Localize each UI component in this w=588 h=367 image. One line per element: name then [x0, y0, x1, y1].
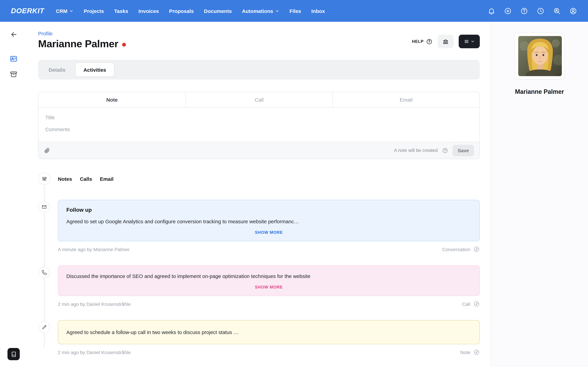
nav-item-projects[interactable]: Projects — [84, 8, 104, 14]
main-content: Profile Marianne Palmer HELP — [27, 22, 491, 367]
note-title-input[interactable] — [45, 115, 473, 120]
nav-item-files[interactable]: Files — [289, 8, 301, 14]
tab-activities[interactable]: Activities — [75, 63, 114, 77]
help-circle-icon[interactable] — [520, 7, 528, 15]
activity-title: Follow up — [66, 207, 471, 213]
activity-type-badge: Conversation — [442, 247, 470, 252]
main-nav: CRM Projects Tasks Invoices Proposals Do… — [56, 8, 325, 14]
account-icon[interactable] — [569, 7, 577, 15]
bank-icon — [442, 38, 449, 45]
activity-timeline: Notes Calls Email Follow up Agreed to se… — [38, 173, 480, 367]
help-circle-icon[interactable] — [442, 147, 448, 153]
activity-meta: A minute ago by Marianne Palmer — [58, 247, 130, 252]
timeline-entry-call: Discussed the importance of SEO and agre… — [38, 265, 480, 307]
nav-item-documents[interactable]: Documents — [204, 8, 232, 14]
chevron-down-icon — [471, 39, 475, 43]
bell-icon[interactable] — [488, 7, 495, 15]
timeline-entry-conversation: Follow up Agreed to set up Google Analyt… — [38, 200, 480, 252]
book-icon — [10, 351, 17, 357]
tab-details[interactable]: Details — [41, 63, 73, 77]
nav-item-invoices[interactable]: Invoices — [138, 8, 159, 14]
attach-button[interactable] — [44, 147, 50, 153]
show-more-button[interactable]: SHOW MORE — [255, 230, 283, 235]
navbar-actions — [488, 7, 577, 15]
nav-item-tasks[interactable]: Tasks — [114, 8, 128, 14]
chevron-down-icon — [275, 9, 279, 13]
address-book-button[interactable] — [8, 348, 20, 360]
edit-icon[interactable] — [473, 246, 480, 252]
activity-type-badge: Note — [460, 350, 470, 355]
filter-notes[interactable]: Notes — [58, 176, 72, 182]
note-comments-input[interactable] — [45, 126, 473, 132]
nav-item-automations[interactable]: Automations — [242, 8, 279, 14]
app: DOERKIT CRM Projects Tasks Invoices Prop… — [0, 0, 588, 367]
top-navbar: DOERKIT CRM Projects Tasks Invoices Prop… — [0, 0, 588, 22]
chevron-down-icon — [69, 9, 73, 13]
edit-icon[interactable] — [473, 301, 480, 307]
left-sidebar — [0, 22, 27, 367]
paperclip-icon — [44, 147, 50, 153]
pencil-icon — [38, 321, 50, 333]
contact-panel: Marianne Palmer — [491, 22, 588, 367]
filter-calls[interactable]: Calls — [80, 176, 92, 182]
help-label: HELP — [412, 39, 424, 44]
activity-meta: 2 min ago by Daniel Krusenstråhle — [58, 350, 131, 355]
app-logo[interactable]: DOERKIT — [11, 7, 44, 15]
search-contacts-icon[interactable] — [553, 7, 561, 15]
composer-tab-note[interactable]: Note — [38, 92, 185, 107]
bank-button[interactable] — [438, 35, 454, 48]
composer-status-text: A note will be created — [394, 148, 438, 153]
timeline-entry-note: Agreed to schedule a follow-up call in t… — [38, 320, 480, 355]
composer-tab-call[interactable]: Call — [185, 92, 332, 107]
help-circle-icon — [426, 38, 432, 45]
menu-icon — [464, 39, 469, 44]
envelope-icon — [38, 201, 50, 213]
sidebar-item-contact[interactable] — [9, 55, 18, 63]
activity-meta: 2 min ago by Daniel Krusenstråhle — [58, 301, 131, 307]
actions-menu-button[interactable] — [459, 35, 480, 48]
status-dot — [122, 43, 126, 46]
help-button[interactable]: HELP — [412, 38, 432, 45]
sliders-icon — [41, 176, 47, 182]
edit-icon[interactable] — [473, 349, 480, 355]
sidebar-item-archive[interactable] — [9, 70, 18, 78]
filter-button[interactable] — [38, 173, 50, 185]
phone-icon — [38, 267, 50, 278]
activity-body: Agreed to set up Google Analytics and co… — [66, 218, 471, 225]
activity-card[interactable]: Agreed to schedule a follow-up call in t… — [58, 320, 480, 344]
breadcrumb[interactable]: Profile — [38, 31, 126, 36]
contact-name: Marianne Palmer — [515, 88, 564, 95]
avatar — [518, 36, 562, 76]
save-button[interactable]: Save — [453, 145, 474, 156]
plus-circle-icon[interactable] — [504, 7, 512, 15]
contact-photo-card — [515, 33, 564, 80]
activity-body: Discussed the importance of SEO and agre… — [66, 273, 471, 280]
page-title: Marianne Palmer — [38, 38, 118, 50]
activity-card[interactable]: Follow up Agreed to set up Google Analyt… — [58, 200, 480, 241]
composer-tab-email[interactable]: Email — [332, 92, 479, 107]
clock-icon[interactable] — [537, 7, 545, 15]
activity-composer: Note Call Email A note will be created S… — [38, 92, 480, 159]
back-arrow-icon[interactable] — [10, 31, 17, 38]
profile-tabs: Details Activities — [38, 60, 480, 80]
activity-type-badge: Call — [462, 301, 470, 307]
activity-body: Agreed to schedule a follow-up call in t… — [66, 329, 471, 336]
nav-item-crm[interactable]: CRM — [56, 8, 73, 14]
nav-item-inbox[interactable]: Inbox — [311, 8, 325, 14]
activity-card[interactable]: Discussed the importance of SEO and agre… — [58, 265, 480, 296]
nav-item-proposals[interactable]: Proposals — [169, 8, 194, 14]
filter-email[interactable]: Email — [100, 176, 113, 182]
show-more-button[interactable]: SHOW MORE — [255, 285, 283, 290]
